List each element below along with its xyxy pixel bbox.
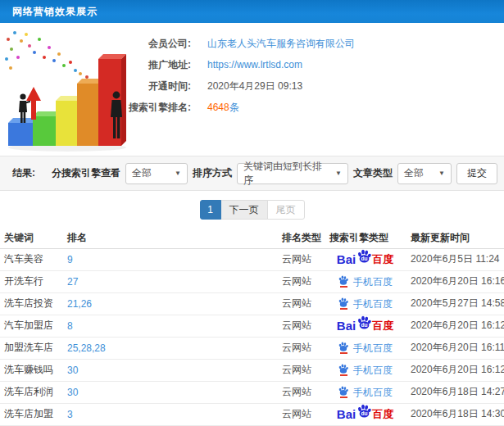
keyword-cell: 汽车加盟店	[0, 315, 66, 337]
rank-type-cell: 云网站	[279, 292, 326, 315]
sort-value: 关键词由短到长排序	[243, 160, 329, 188]
sort-select[interactable]: 关键词由短到长排序 ▼	[237, 163, 348, 184]
baidu-logo: Baidu百度	[337, 253, 393, 265]
updated-cell: 2020年6月18日 14:30	[404, 403, 504, 425]
engine-cell: Baidu百度 手机百度	[326, 270, 404, 292]
mobile-baidu-paw-icon	[338, 386, 349, 398]
open-time-value: 2020年4月29日 09:13	[207, 79, 302, 93]
rank-type-cell: 云网站	[279, 315, 326, 337]
mobile-baidu-paw-icon	[338, 342, 349, 354]
baidu-logo: Baidu百度	[337, 320, 393, 332]
rank-link[interactable]: 9	[67, 254, 73, 265]
svg-text:du: du	[361, 256, 368, 261]
rank-link[interactable]: 21,26	[67, 298, 92, 310]
updated-cell: 2020年5月27日 14:58	[404, 292, 504, 315]
rank-type-cell: 云网站	[279, 270, 326, 292]
member-company-row: 会员公司: 山东老人头汽车服务咨询有限公司	[0, 33, 504, 54]
table-row: 洗车赚钱吗 30 云网站 Baidu百度 手机百度 2020年6月20日 16:…	[0, 359, 504, 381]
col-header-keyword: 关键词	[0, 228, 66, 248]
table-row: 洗车店利润 30 云网站 Baidu百度 手机百度 2020年6月18日 14:…	[0, 381, 504, 403]
last-page-button[interactable]: 尾页	[267, 200, 305, 220]
engine-cell: Baidu百度 手机百度	[326, 292, 404, 315]
page-button-current[interactable]: 1	[200, 200, 221, 220]
rank-link[interactable]: 3	[67, 409, 73, 420]
article-type-value: 全部	[404, 166, 424, 180]
mobile-baidu-logo: 手机百度	[338, 386, 393, 398]
engine-cell: Baidu百度 手机百度	[326, 381, 404, 403]
baidu-paw-icon: du	[356, 404, 372, 418]
account-info-section: 会员公司: 山东老人头汽车服务咨询有限公司 推广地址: https://www.…	[0, 23, 504, 156]
engine-rank-count: 4648	[207, 102, 229, 113]
mobile-baidu-label: 手机百度	[353, 299, 393, 309]
mobile-baidu-label: 手机百度	[353, 387, 393, 397]
mobile-baidu-logo: 手机百度	[338, 342, 393, 354]
baidu-logo-du-text: 百度	[372, 254, 393, 265]
table-body: 汽车美容 9 云网站 Baidu百度 手机百度 2020年6月5日 11:24 …	[0, 248, 504, 425]
updated-cell: 2020年6月18日 14:27	[404, 381, 504, 403]
account-info-rows: 会员公司: 山东老人头汽车服务咨询有限公司 推广地址: https://www.…	[0, 33, 504, 118]
updated-cell: 2020年6月20日 16:16	[404, 270, 504, 292]
baidu-paw-icon: du	[356, 249, 372, 263]
promo-url-link[interactable]: https://www.lrtlsd.com	[207, 59, 302, 70]
engine-rank-row: 搜索引擎排名: 4648条	[0, 97, 504, 118]
mobile-baidu-label: 手机百度	[353, 365, 393, 375]
engine-cell: Baidu百度 手机百度	[326, 359, 404, 381]
filter-controls: 分搜索引擎查看 全部 ▼ 排序方式 关键词由短到长排序 ▼ 文章类型 全部 ▼ …	[52, 163, 497, 184]
keyword-cell: 洗车店投资	[0, 292, 66, 315]
page-title: 网络营销效果展示	[12, 5, 98, 19]
sort-label: 排序方式	[193, 166, 232, 180]
rank-type-cell: 云网站	[279, 248, 326, 270]
article-type-select[interactable]: 全部 ▼	[397, 163, 452, 184]
updated-cell: 2020年6月20日 16:12	[404, 315, 504, 337]
next-page-button[interactable]: 下一页	[220, 200, 268, 220]
keyword-cell: 加盟洗车店	[0, 337, 66, 359]
mobile-baidu-label: 手机百度	[353, 277, 393, 287]
baidu-logo: Baidu百度	[337, 408, 393, 420]
rank-link[interactable]: 30	[67, 365, 78, 376]
svg-text:du: du	[361, 410, 368, 416]
baidu-paw-icon: du	[356, 315, 372, 329]
mobile-baidu-paw-icon	[338, 364, 349, 376]
rank-link[interactable]: 8	[67, 320, 73, 332]
rank-type-cell: 云网站	[279, 337, 326, 359]
svg-text:du: du	[361, 322, 368, 328]
updated-cell: 2020年6月5日 11:24	[404, 248, 504, 270]
table-row: 洗车店加盟 3 云网站 Baidu百度 手机百度 2020年6月18日 14:3…	[0, 403, 504, 425]
rank-type-cell: 云网站	[279, 403, 326, 425]
open-time-label: 开通时间:	[0, 79, 191, 93]
member-company-link[interactable]: 山东老人头汽车服务咨询有限公司	[207, 38, 355, 49]
chevron-down-icon: ▼	[329, 170, 342, 177]
table-header-row: 关键词 排名 排名类型 搜索引擎类型 最新更新时间	[0, 228, 504, 248]
open-time-row: 开通时间: 2020年4月29日 09:13	[0, 75, 504, 97]
rank-link[interactable]: 25,28,28	[67, 342, 106, 354]
table-row: 开洗车行 27 云网站 Baidu百度 手机百度 2020年6月20日 16:1…	[0, 270, 504, 292]
rank-type-cell: 云网站	[279, 359, 326, 381]
col-header-rank: 排名	[66, 228, 279, 248]
updated-cell: 2020年6月20日 16:11	[404, 337, 504, 359]
mobile-baidu-label: 手机百度	[353, 343, 393, 353]
keyword-cell: 洗车店加盟	[0, 403, 66, 425]
keyword-cell: 洗车赚钱吗	[0, 359, 66, 381]
baidu-logo-bai-text: Bai	[337, 320, 356, 332]
submit-button[interactable]: 提交	[456, 163, 497, 184]
rank-link[interactable]: 27	[67, 276, 78, 288]
mobile-baidu-logo: 手机百度	[338, 364, 393, 376]
engine-rank-unit: 条	[229, 102, 239, 113]
top-header-bar: 网络营销效果展示	[0, 0, 504, 23]
promo-url-row: 推广地址: https://www.lrtlsd.com	[0, 54, 504, 75]
table-row: 汽车加盟店 8 云网站 Baidu百度 手机百度 2020年6月20日 16:1…	[0, 315, 504, 337]
promo-url-label: 推广地址:	[0, 58, 191, 72]
mobile-baidu-logo: 手机百度	[338, 297, 393, 310]
engine-cell: Baidu百度 手机百度	[326, 248, 404, 270]
engine-filter-label: 分搜索引擎查看	[52, 166, 120, 180]
engine-filter-select[interactable]: 全部 ▼	[125, 163, 188, 184]
engine-rank-label: 搜索引擎排名:	[0, 101, 191, 115]
engine-cell: Baidu百度 手机百度	[326, 337, 404, 359]
col-header-updated: 最新更新时间	[404, 228, 504, 248]
rank-link[interactable]: 30	[67, 387, 78, 398]
baidu-logo-bai-text: Bai	[337, 408, 356, 420]
member-company-label: 会员公司:	[0, 37, 191, 51]
keyword-cell: 开洗车行	[0, 270, 66, 292]
mobile-baidu-logo: 手机百度	[338, 275, 393, 288]
mobile-baidu-paw-icon	[338, 297, 349, 310]
